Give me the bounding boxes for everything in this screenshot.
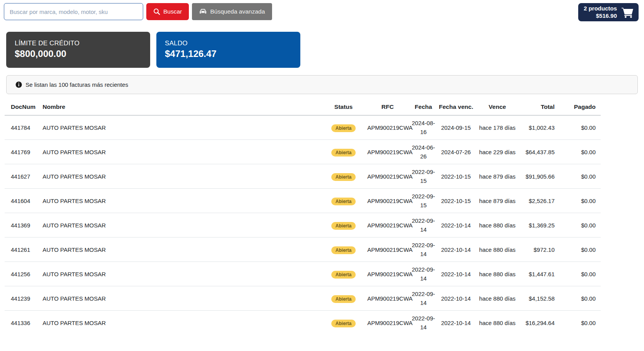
cell-nombre: AUTO PARTES MOSAR — [38, 311, 321, 335]
status-badge: Abierta — [331, 246, 356, 254]
cell-rfc: APM900219CWA — [366, 189, 409, 213]
column-header-pagado: Pagado — [560, 100, 601, 115]
notice-text: Se listan las 100 facturas más recientes — [26, 81, 128, 88]
cell-rfc: APM900219CWA — [366, 262, 409, 286]
cell-pagado: $0.00 — [560, 115, 601, 140]
cell-docnum: 441239 — [5, 286, 38, 311]
cell-total: $16,294.64 — [520, 311, 560, 335]
cell-docnum: 441336 — [5, 311, 38, 335]
credit-limit-card: LÍMITE DE CRÉDITO $800,000.00 — [6, 32, 150, 68]
balance-card: SALDO $471,126.47 — [156, 32, 300, 68]
balance-value: $471,126.47 — [165, 48, 292, 59]
cell-fecha-venc: 2022-10-14 — [437, 286, 474, 311]
cart-button[interactable]: 2 productos $516.90 — [578, 3, 639, 21]
advanced-search-button[interactable]: Búsqueda avanzada — [192, 3, 272, 20]
cell-docnum: 441769 — [5, 140, 38, 164]
status-badge: Abierta — [331, 320, 356, 327]
cell-status: Abierta — [321, 237, 366, 262]
status-badge: Abierta — [331, 295, 356, 303]
cell-docnum: 441369 — [5, 213, 38, 237]
cell-pagado: $0.00 — [560, 140, 601, 164]
cell-fecha: 2024-08-16 — [409, 115, 437, 140]
cart-items-count: 2 productos — [584, 5, 617, 12]
cell-fecha-venc: 2022-10-14 — [437, 262, 474, 286]
cell-pagado: $0.00 — [560, 237, 601, 262]
cell-status: Abierta — [321, 311, 366, 335]
cart-icon — [621, 7, 634, 18]
cart-total: $516.90 — [596, 12, 617, 20]
cell-nombre: AUTO PARTES MOSAR — [38, 189, 321, 213]
cell-vence: hace 880 días — [474, 213, 520, 237]
info-icon — [15, 81, 22, 88]
column-header-status: Status — [321, 100, 366, 115]
cell-rfc: APM900219CWA — [366, 115, 409, 140]
cell-nombre: AUTO PARTES MOSAR — [38, 213, 321, 237]
cell-pagado: $0.00 — [560, 311, 601, 335]
invoice-row: 441256 AUTO PARTES MOSAR Abierta APM9002… — [5, 262, 601, 286]
notice-banner: Se listan las 100 facturas más recientes — [6, 75, 638, 94]
invoice-row: 441261 AUTO PARTES MOSAR Abierta APM9002… — [5, 237, 601, 262]
cell-fecha-venc: 2022-10-15 — [437, 164, 474, 189]
cell-nombre: AUTO PARTES MOSAR — [38, 262, 321, 286]
cell-nombre: AUTO PARTES MOSAR — [38, 164, 321, 189]
cell-vence: hace 880 días — [474, 237, 520, 262]
table-header-row: DocNum Nombre Status RFC Fecha Fecha ven… — [5, 100, 601, 115]
cell-rfc: APM900219CWA — [366, 237, 409, 262]
cell-fecha: 2022-09-14 — [409, 286, 437, 311]
cell-fecha: 2022-09-14 — [409, 262, 437, 286]
car-icon — [199, 8, 207, 15]
cell-fecha-venc: 2022-10-14 — [437, 213, 474, 237]
cell-vence: hace 879 días — [474, 164, 520, 189]
cell-fecha-venc: 2022-10-14 — [437, 311, 474, 335]
cell-total: $1,002.43 — [520, 115, 560, 140]
status-badge: Abierta — [331, 124, 356, 132]
invoice-row: 441784 AUTO PARTES MOSAR Abierta APM9002… — [5, 115, 601, 140]
cell-nombre: AUTO PARTES MOSAR — [38, 115, 321, 140]
cell-nombre: AUTO PARTES MOSAR — [38, 286, 321, 311]
cell-nombre: AUTO PARTES MOSAR — [38, 140, 321, 164]
cell-docnum: 441604 — [5, 189, 38, 213]
cell-pagado: $0.00 — [560, 164, 601, 189]
invoice-row: 441769 AUTO PARTES MOSAR Abierta APM9002… — [5, 140, 601, 164]
cell-total: $1,369.25 — [520, 213, 560, 237]
cell-status: Abierta — [321, 262, 366, 286]
status-badge: Abierta — [331, 222, 356, 230]
invoices-table-wrap: DocNum Nombre Status RFC Fecha Fecha ven… — [0, 94, 644, 335]
search-input[interactable] — [4, 3, 143, 20]
status-badge: Abierta — [331, 271, 356, 279]
status-badge: Abierta — [331, 149, 356, 157]
balance-label: SALDO — [165, 40, 292, 47]
cell-total: $4,152.58 — [520, 286, 560, 311]
status-badge: Abierta — [331, 173, 356, 181]
cell-fecha-venc: 2022-10-14 — [437, 237, 474, 262]
credit-limit-value: $800,000.00 — [15, 48, 142, 59]
cell-rfc: APM900219CWA — [366, 311, 409, 335]
status-badge: Abierta — [331, 198, 356, 205]
cell-total: $972.10 — [520, 237, 560, 262]
cell-pagado: $0.00 — [560, 189, 601, 213]
cell-rfc: APM900219CWA — [366, 164, 409, 189]
cell-nombre: AUTO PARTES MOSAR — [38, 237, 321, 262]
cell-fecha-venc: 2022-10-15 — [437, 189, 474, 213]
cell-status: Abierta — [321, 286, 366, 311]
cell-fecha-venc: 2024-07-26 — [437, 140, 474, 164]
cell-status: Abierta — [321, 164, 366, 189]
column-header-total: Total — [520, 100, 560, 115]
cell-fecha: 2022-09-15 — [409, 189, 437, 213]
column-header-nombre: Nombre — [38, 100, 321, 115]
cell-docnum: 441256 — [5, 262, 38, 286]
cell-total: $64,437.85 — [520, 140, 560, 164]
cell-total: $91,905.66 — [520, 164, 560, 189]
column-header-rfc: RFC — [366, 100, 409, 115]
invoice-row: 441336 AUTO PARTES MOSAR Abierta APM9002… — [5, 311, 601, 335]
cell-rfc: APM900219CWA — [366, 140, 409, 164]
top-bar: Buscar Búsqueda avanzada 2 productos $51… — [0, 0, 644, 24]
search-button[interactable]: Buscar — [146, 3, 189, 20]
invoice-row: 441627 AUTO PARTES MOSAR Abierta APM9002… — [5, 164, 601, 189]
cart-summary: 2 productos $516.90 — [584, 5, 617, 20]
invoice-row: 441369 AUTO PARTES MOSAR Abierta APM9002… — [5, 213, 601, 237]
invoices-table: DocNum Nombre Status RFC Fecha Fecha ven… — [5, 100, 601, 335]
credit-limit-label: LÍMITE DE CRÉDITO — [15, 40, 142, 47]
cell-fecha-venc: 2024-09-15 — [437, 115, 474, 140]
invoice-row: 441239 AUTO PARTES MOSAR Abierta APM9002… — [5, 286, 601, 311]
